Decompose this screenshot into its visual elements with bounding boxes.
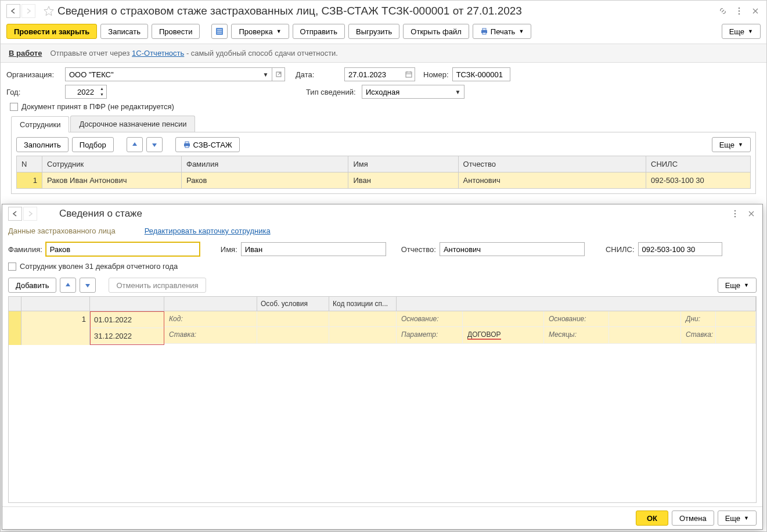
dismissed-label: Сотрудник уволен 31 декабря отчетного го…: [20, 262, 178, 271]
printer-icon: [183, 141, 191, 149]
period-grid[interactable]: Особ. условия Код позиции сп... 1 01.01.…: [8, 296, 757, 503]
type-label: Тип сведений:: [306, 88, 358, 96]
move-down-button[interactable]: [146, 137, 163, 152]
svg-rect-8: [406, 72, 412, 77]
org-input[interactable]: [65, 67, 260, 81]
add-button[interactable]: Добавить: [8, 278, 56, 293]
overlay-kebab[interactable]: [730, 209, 740, 219]
post-button[interactable]: Провести: [152, 24, 200, 39]
svg-point-1: [739, 10, 740, 12]
overlay-nav-forward[interactable]: [23, 207, 37, 221]
middlename-input[interactable]: [440, 242, 585, 256]
tab-pension[interactable]: Досрочное назначение пенсии: [70, 116, 195, 132]
col-snils[interactable]: СНИЛС: [646, 156, 751, 172]
tab-employees[interactable]: Сотрудники: [11, 116, 69, 132]
nav-forward-button[interactable]: [21, 4, 35, 18]
svg-rect-6: [482, 33, 486, 34]
ok-button[interactable]: ОК: [636, 511, 668, 526]
accepted-checkbox[interactable]: [10, 103, 18, 111]
arrow-down-icon: [84, 282, 91, 289]
col-conditions: Особ. условия: [257, 297, 329, 311]
org-dropdown-button[interactable]: ▼: [260, 67, 272, 81]
move-down-button-2[interactable]: [80, 278, 96, 293]
period-row[interactable]: 1 01.01.2022 31.12.2022 Код: Основание: …: [9, 311, 756, 345]
overlay-more-button[interactable]: Еще▼: [718, 278, 757, 293]
col-first[interactable]: Имя: [348, 156, 458, 172]
col-last[interactable]: Фамилия: [182, 156, 348, 172]
move-up-button-2[interactable]: [60, 278, 76, 293]
send-button[interactable]: Отправить: [293, 24, 345, 39]
close-icon: [748, 210, 755, 217]
svg-point-0: [739, 8, 740, 9]
dismissed-checkbox[interactable]: [8, 263, 16, 271]
svg-point-12: [734, 210, 736, 212]
col-mid[interactable]: Отчество: [458, 156, 646, 172]
experience-details-panel: Сведения о стаже Данные застрахованного …: [2, 204, 763, 530]
list-view-button[interactable]: [211, 24, 228, 39]
number-label: Номер:: [423, 70, 449, 79]
accepted-label: Документ принят в ПФР (не редактируется): [21, 102, 174, 111]
arrow-up-icon: [131, 141, 138, 148]
favorite-star-icon[interactable]: [44, 6, 54, 16]
cancel-corrections-button[interactable]: Отменить исправления: [109, 278, 206, 293]
open-icon: [276, 71, 282, 77]
date-picker-button[interactable]: [402, 67, 415, 81]
footer-more-button[interactable]: Еще▼: [718, 511, 757, 526]
arrow-down-icon: [151, 141, 158, 148]
link-icon: [718, 6, 728, 16]
lastname-input[interactable]: [46, 242, 200, 256]
firstname-input[interactable]: [241, 242, 386, 256]
year-spinner[interactable]: ▲▼: [98, 85, 107, 99]
number-input[interactable]: [452, 67, 510, 81]
arrow-left-icon: [12, 210, 19, 217]
arrow-left-icon: [10, 8, 17, 15]
firstname-label: Имя:: [221, 245, 237, 254]
kebab-menu-button[interactable]: [734, 6, 744, 16]
move-up-button[interactable]: [127, 137, 143, 152]
emp-more-button[interactable]: Еще▼: [712, 137, 751, 152]
open-file-button[interactable]: Открыть файл: [403, 24, 469, 39]
year-input[interactable]: [65, 85, 98, 99]
col-position-code: Код позиции сп...: [329, 297, 397, 311]
link-icon-button[interactable]: [718, 6, 728, 16]
check-button[interactable]: Проверка▼: [231, 24, 289, 39]
upload-button[interactable]: Выгрузить: [348, 24, 399, 39]
pick-button[interactable]: Подбор: [72, 137, 114, 152]
table-row[interactable]: 1 Раков Иван Антонович Раков Иван Антоно…: [17, 172, 751, 189]
window-title: Сведения о страховом стаже застрахованны…: [57, 5, 718, 17]
reporting-link[interactable]: 1С-Отчетность: [132, 49, 184, 57]
svg-rect-5: [482, 28, 486, 30]
info-text: Отправьте отчет через 1С-Отчетность - са…: [50, 49, 338, 57]
szv-print-button[interactable]: СЗВ-СТАЖ: [175, 137, 240, 152]
date-label: Дата:: [296, 70, 341, 79]
year-label: Год:: [6, 88, 62, 96]
type-dropdown-button[interactable]: ▼: [452, 85, 464, 99]
cancel-button[interactable]: Отмена: [672, 511, 714, 526]
post-and-close-button[interactable]: Провести и закрыть: [6, 24, 97, 39]
arrow-up-icon: [64, 282, 71, 289]
col-emp[interactable]: Сотрудник: [42, 156, 182, 172]
svg-point-13: [734, 213, 736, 215]
arrow-right-icon: [27, 210, 34, 217]
print-button[interactable]: Печать▼: [473, 24, 532, 39]
type-input[interactable]: [362, 85, 452, 99]
overlay-nav-back[interactable]: [8, 207, 22, 221]
overlay-close[interactable]: [746, 209, 757, 219]
close-icon: [752, 8, 759, 15]
snils-input[interactable]: [638, 242, 722, 256]
nav-back-button[interactable]: [6, 4, 20, 18]
edit-employee-link[interactable]: Редактировать карточку сотрудника: [145, 227, 271, 239]
more-button[interactable]: Еще▼: [722, 24, 761, 39]
kebab-icon: [738, 7, 740, 15]
employees-table: N Сотрудник Фамилия Имя Отчество СНИЛС 1…: [16, 156, 751, 189]
fill-button[interactable]: Заполнить: [16, 137, 69, 152]
section-label: Данные застрахованного лица: [8, 227, 116, 235]
close-button[interactable]: [750, 6, 761, 16]
org-open-button[interactable]: [272, 67, 285, 81]
calendar-icon: [405, 71, 412, 78]
col-n[interactable]: N: [17, 156, 42, 172]
write-button[interactable]: Записать: [100, 24, 148, 39]
period-end: 31.12.2022: [91, 328, 164, 344]
param-value: ДОГОВОР: [467, 330, 501, 340]
date-input[interactable]: [344, 67, 402, 81]
